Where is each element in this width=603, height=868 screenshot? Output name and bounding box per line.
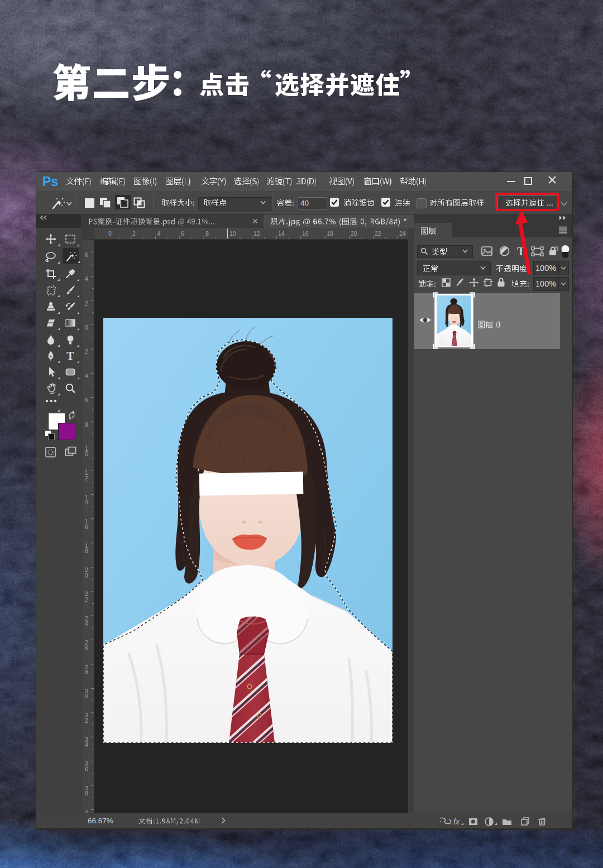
svg-text:4: 4 <box>85 741 88 748</box>
svg-text:8: 8 <box>85 669 88 675</box>
svg-text:6: 6 <box>85 766 88 772</box>
svg-text:0: 0 <box>108 230 112 237</box>
svg-text:2: 2 <box>85 475 88 481</box>
svg-text:2: 2 <box>132 230 136 237</box>
svg-text:fx: fx <box>453 817 460 826</box>
svg-text:4: 4 <box>85 809 88 813</box>
svg-text:8: 8 <box>85 790 88 797</box>
svg-text:6: 6 <box>85 523 88 530</box>
svg-text:14: 14 <box>278 230 285 237</box>
svg-text:4: 4 <box>85 499 88 505</box>
svg-text:8: 8 <box>85 547 88 554</box>
svg-text:22: 22 <box>375 230 381 237</box>
svg-text:6: 6 <box>85 645 88 651</box>
svg-text:8: 8 <box>205 230 209 237</box>
svg-text:20: 20 <box>351 230 357 237</box>
svg-text:12: 12 <box>253 230 260 237</box>
svg-text:0: 0 <box>85 572 88 579</box>
svg-text:18: 18 <box>327 230 333 237</box>
svg-text:10: 10 <box>229 230 236 237</box>
svg-text:24: 24 <box>399 230 406 237</box>
svg-text:2: 2 <box>85 717 88 724</box>
svg-text:2: 2 <box>85 596 88 603</box>
svg-text:6: 6 <box>181 230 184 237</box>
svg-text:0: 0 <box>85 450 88 457</box>
svg-text:16: 16 <box>302 230 309 237</box>
svg-text:4: 4 <box>85 620 88 627</box>
svg-text:0: 0 <box>85 693 88 699</box>
svg-text:4: 4 <box>157 230 160 237</box>
